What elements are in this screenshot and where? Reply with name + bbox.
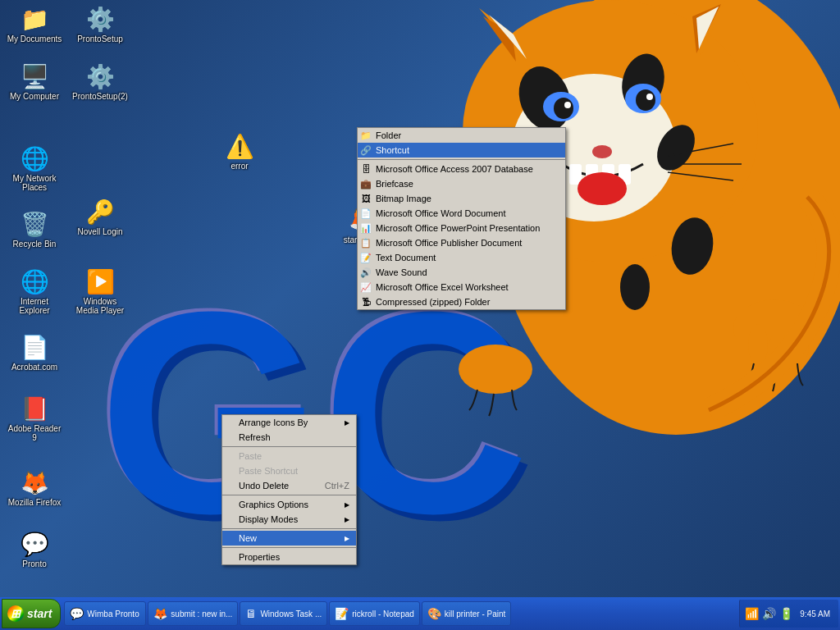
- desktop-icon-my-computer[interactable]: 🖥️ My Computer: [4, 62, 65, 103]
- taskbar-item-paint[interactable]: 🎨 kill printer - Paint: [422, 601, 511, 626]
- context-menu: Arrange Icons By ▶ Refresh Paste Paste S…: [221, 414, 357, 565]
- tray-battery-icon: 🔋: [779, 607, 793, 620]
- desktop-icon-recycle-bin[interactable]: 🗑️ Recycle Bin: [4, 209, 65, 250]
- desktop-icon-ie[interactable]: 🌐 Internet Explorer: [4, 267, 65, 317]
- submenu-bitmap[interactable]: 🖼 Bitmap Image: [358, 191, 565, 206]
- submenu-zip[interactable]: 🗜 Compressed (zipped) Folder: [358, 294, 565, 309]
- submenu-word[interactable]: 📄 Microsoft Office Word Document: [358, 206, 565, 221]
- ie-label: Internet Explorer: [6, 297, 63, 315]
- zip-icon: 🗜: [359, 295, 372, 308]
- novell-login-label: Novell Login: [71, 227, 129, 236]
- recycle-bin-label: Recycle Bin: [6, 240, 63, 249]
- pronto-setup2-icon: ⚙️: [86, 63, 115, 90]
- context-undo-delete[interactable]: Undo Delete Ctrl+Z: [222, 478, 356, 493]
- context-arrange-icons[interactable]: Arrange Icons By ▶: [222, 415, 356, 430]
- desktop-icon-pronto-setup2[interactable]: ⚙️ ProntoSetup(2): [70, 62, 130, 103]
- desktop-icon-pronto[interactable]: 💬 Pronto: [4, 529, 65, 570]
- taskbar-item-wimba[interactable]: 💬 Wimba Pronto: [64, 601, 146, 626]
- bitmap-label: Bitmap Image: [376, 194, 431, 203]
- desktop-icon-firefox[interactable]: 🦊 Mozilla Firefox: [4, 468, 65, 509]
- context-properties[interactable]: Properties: [222, 550, 356, 564]
- start-button[interactable]: ⊞ start: [2, 599, 61, 628]
- submenu-shortcut[interactable]: 🔗 Shortcut: [358, 143, 565, 158]
- error-label: error: [211, 162, 268, 171]
- my-network-icon: 🌐: [21, 145, 49, 172]
- taskbar-items: 💬 Wimba Pronto 🦊 submit : new in... 🖥 Wi…: [62, 597, 737, 630]
- my-computer-label: My Computer: [6, 92, 63, 101]
- novell-login-icon: 🔑: [86, 199, 115, 226]
- submenu-wave[interactable]: 🔊 Wave Sound: [358, 265, 565, 280]
- wave-label: Wave Sound: [376, 267, 427, 277]
- acrobat-icon: 📄: [21, 334, 49, 361]
- undo-delete-shortcut: Ctrl+Z: [325, 481, 349, 491]
- my-documents-label: My Documents: [6, 34, 63, 43]
- task-manager-label: Windows Task ...: [260, 609, 322, 619]
- excel-icon: 📈: [359, 281, 372, 294]
- error-icon: ⚠️: [226, 133, 254, 160]
- paint-icon: 🎨: [427, 607, 441, 620]
- system-tray: 📶 🔊 🔋 9:45 AM: [739, 600, 838, 628]
- arrange-icons-label: Arrange Icons By: [239, 418, 308, 427]
- svg-point-7: [620, 264, 650, 310]
- publisher-label: Microsoft Office Publisher Document: [376, 238, 522, 248]
- submenu-excel[interactable]: 📈 Microsoft Office Excel Worksheet: [358, 280, 565, 294]
- tray-network-icon: 📶: [745, 607, 759, 620]
- context-paste: Paste: [222, 449, 356, 463]
- taskbar-item-task-manager[interactable]: 🖥 Windows Task ...: [240, 601, 327, 626]
- wave-icon: 🔊: [359, 266, 372, 279]
- properties-label: Properties: [239, 552, 280, 562]
- text-icon: 📝: [359, 251, 372, 264]
- my-network-label: My Network Places: [6, 174, 63, 192]
- word-label: Microsoft Office Word Document: [376, 208, 506, 218]
- taskbar-item-submit[interactable]: 🦊 submit : new in...: [148, 601, 238, 626]
- text-label: Text Document: [376, 253, 436, 262]
- powerpoint-label: Microsoft Office PowerPoint Presentation: [376, 223, 540, 233]
- paste-shortcut-label: Paste Shortcut: [239, 466, 298, 476]
- submenu-powerpoint[interactable]: 📊 Microsoft Office PowerPoint Presentati…: [358, 221, 565, 235]
- submenu-briefcase[interactable]: 💼 Briefcase: [358, 176, 565, 191]
- submenu-folder[interactable]: 📁 Folder: [358, 128, 565, 143]
- desktop-icon-pronto-setup[interactable]: ⚙️ ProntoSetup: [70, 4, 130, 45]
- undo-delete-label: Undo Delete: [239, 481, 289, 491]
- context-separator-4: [222, 547, 356, 548]
- desktop-icon-adobe-reader[interactable]: 📕 Adobe Reader 9: [4, 394, 65, 444]
- wimba-label: Wimba Pronto: [87, 609, 139, 619]
- context-display-modes[interactable]: Display Modes ▶: [222, 512, 356, 527]
- context-refresh[interactable]: Refresh: [222, 430, 356, 445]
- svg-point-16: [554, 98, 573, 119]
- context-new[interactable]: New ▶: [222, 531, 356, 546]
- desktop-icon-acrobat[interactable]: 📄 Acrobat.com: [4, 332, 65, 373]
- firefox-label: Mozilla Firefox: [6, 498, 63, 507]
- refresh-label: Refresh: [239, 432, 271, 442]
- access-icon: 🗄: [359, 162, 372, 176]
- notepad-icon: 📝: [335, 607, 349, 620]
- display-modes-arrow: ▶: [345, 516, 349, 523]
- desktop-icon-my-documents[interactable]: 📁 My Documents: [4, 4, 65, 45]
- notepad-label: rickroll - Notepad: [352, 609, 414, 619]
- svg-point-36: [459, 345, 532, 394]
- submenu-text[interactable]: 📝 Text Document: [358, 250, 565, 265]
- adobe-reader-label: Adobe Reader 9: [6, 424, 63, 442]
- desktop-icon-my-network[interactable]: 🌐 My Network Places: [4, 144, 65, 194]
- submenu-access[interactable]: 🗄 Microsoft Office Access 2007 Database: [358, 162, 565, 176]
- taskbar-item-notepad[interactable]: 📝 rickroll - Notepad: [329, 601, 420, 626]
- excel-label: Microsoft Office Excel Worksheet: [376, 282, 509, 292]
- desktop-icon-error[interactable]: ⚠️ error: [209, 131, 270, 172]
- context-graphics-options[interactable]: Graphics Options ▶: [222, 497, 356, 512]
- powerpoint-icon: 📊: [359, 221, 372, 235]
- graphics-options-arrow: ▶: [345, 501, 349, 509]
- svg-point-20: [592, 145, 612, 158]
- context-paste-shortcut: Paste Shortcut: [222, 463, 356, 478]
- paste-label: Paste: [239, 451, 262, 461]
- taskbar: ⊞ start 💬 Wimba Pronto 🦊 submit : new in…: [0, 597, 840, 630]
- recycle-bin-icon: 🗑️: [21, 211, 49, 238]
- task-manager-icon: 🖥: [245, 607, 257, 620]
- svg-point-17: [636, 89, 655, 111]
- desktop-icon-novell-login[interactable]: 🔑 Novell Login: [70, 197, 130, 238]
- submenu-publisher[interactable]: 📋 Microsoft Office Publisher Document: [358, 235, 565, 250]
- ie-icon: 🌐: [21, 268, 49, 295]
- windows-logo-icon: ⊞: [7, 605, 24, 622]
- svg-point-33: [748, 324, 768, 365]
- system-clock[interactable]: 9:45 AM: [797, 609, 833, 619]
- shortcut-icon: 🔗: [359, 144, 372, 157]
